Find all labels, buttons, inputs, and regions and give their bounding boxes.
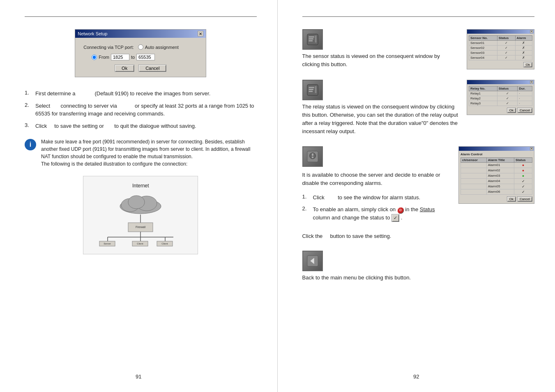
alarm-col-channel: ch/sensor [461, 157, 487, 162]
sensor-dialog-footer: Ok [469, 62, 532, 67]
info-box: i Make sure leave a free port (9091 reco… [25, 138, 257, 168]
svg-rect-30 [312, 153, 313, 156]
alarm-section: It is available to choose the server and… [302, 146, 535, 240]
svg-text:Firewall: Firewall [136, 226, 146, 228]
relay-icon-button[interactable] [302, 80, 323, 100]
dialog-close-button[interactable]: ✕ [198, 31, 203, 37]
cancel-inline-icon: ⊘ [397, 207, 404, 214]
relay-cancel-button[interactable]: Cancel [517, 108, 532, 113]
sensor-table-screenshot: ✕ Sensor No. Status Alarm Sensor01✓✗ [467, 29, 534, 69]
left-page: Network Setup ✕ Connecting via TCP port:… [0, 0, 278, 392]
alarm-table-screenshot: ✕ Alarm Control ch/sensor Alarm Title St… [458, 146, 534, 204]
alarm-list-item-2: 2. To enable an alarm, simply click on ⊘… [302, 205, 451, 221]
diagram-label: Internet [96, 183, 185, 189]
table-row: Sensor01✓✗ [469, 41, 532, 46]
network-diagram-icon: Firewall Server Client [95, 214, 186, 247]
alarm-table: ch/sensor Alarm Title Status Alarm01 ● [461, 157, 532, 195]
table-row: Relay3✓· [469, 101, 532, 106]
list-num-2: 2. [25, 102, 33, 118]
back-icon-button[interactable] [302, 251, 323, 271]
alarm-content: It is available to choose the server and… [302, 146, 451, 240]
list-item-1: 1. First determine a (Default 9190) to r… [25, 90, 257, 98]
cancel-button[interactable]: Cancel [138, 65, 166, 72]
table-row: Alarm04 ✓ [461, 178, 532, 184]
list-item-2: 2. Select connecting to server via or sp… [25, 102, 257, 118]
dialog-buttons: Ok Cancel [83, 65, 198, 72]
table-row: Alarm05 ✓ [461, 184, 532, 189]
dialog-titlebar: Network Setup ✕ [75, 30, 206, 38]
relay-dialog-footer: Ok Cancel [469, 108, 532, 113]
table-row: Sensor04✓✗ [469, 55, 532, 60]
table-row: Sensor03✓✗ [469, 51, 532, 55]
svg-rect-27 [315, 86, 316, 93]
ok-button[interactable]: Ok [115, 65, 134, 72]
network-setup-dialog: Network Setup ✕ Connecting via TCP port:… [75, 29, 206, 77]
back-text: Back to the main menu be clicking this b… [302, 274, 535, 282]
check-inline: ✓ [391, 214, 399, 222]
relay-ok-button[interactable]: Ok [507, 108, 516, 113]
alarm-num-2: 2. [302, 205, 311, 221]
sensor-dialog-close: ✕ [530, 30, 533, 33]
alarm-list-content-1: Click to see the window for alarm status… [313, 194, 451, 202]
alarm-cancel-button[interactable]: Cancel [517, 196, 532, 202]
relay-col-1: Relay No. [469, 86, 497, 91]
diagram-container: Internet [25, 176, 257, 254]
relay-table: Relay No. Status Dur. Relay1✓· Relay2✓· … [469, 86, 532, 106]
info-icon: i [25, 139, 36, 150]
port-radio[interactable] [92, 55, 97, 60]
sensor-col-3: Alarm [515, 36, 532, 41]
svg-rect-31 [312, 157, 313, 158]
diagram-network: Firewall Server Client [96, 192, 185, 247]
auto-radio[interactable] [138, 44, 143, 50]
table-row: Alarm02 ● [461, 168, 532, 173]
relay-table-screenshot: ✕ Relay No. Status Dur. Relay1✓· [467, 80, 534, 115]
cloud-icon [116, 192, 165, 214]
list-content-1: First determine a (Default 9190) to rece… [35, 90, 257, 98]
sensor-text: The sensor status is viewed on the conse… [302, 52, 459, 69]
port-range-row: From 1825 to 65535 [92, 54, 198, 60]
svg-rect-26 [309, 91, 312, 92]
svg-rect-19 [309, 37, 314, 38]
svg-rect-24 [309, 87, 314, 88]
table-row: Alarm03 ● [461, 173, 532, 178]
info-text: Make sure leave a free port (9091 recomm… [41, 138, 257, 168]
alarm-col-name: Alarm Title [486, 157, 514, 162]
relay-icon [306, 84, 319, 96]
sensor-col-2: Status [497, 36, 515, 41]
alarm-intro-text: It is available to choose the server and… [302, 171, 451, 187]
alarm-icon [306, 150, 319, 163]
page-number-right: 92 [278, 374, 555, 380]
list-content-3: Click to save the setting or to quit the… [35, 122, 257, 130]
sensor-ok-button[interactable]: Ok [523, 62, 532, 67]
list-num-3: 3. [25, 122, 33, 130]
alarm-icon-button[interactable] [302, 146, 323, 167]
status-underline: Status [420, 206, 435, 212]
to-input[interactable]: 65535 [136, 54, 155, 60]
alarm-num-1: 1. [302, 194, 311, 202]
dialog-body: Connecting via TCP port: Auto assignment… [75, 38, 206, 77]
alarm-dialog-titlebar: ✕ [459, 147, 534, 151]
from-label: From [99, 55, 109, 60]
dialog-connecting-row: Connecting via TCP port: Auto assignment [83, 44, 198, 50]
diagram-box: Internet [83, 176, 198, 254]
back-section: Back to the main menu be clicking this b… [302, 251, 535, 282]
alarm-ok-button[interactable]: Ok [507, 196, 516, 202]
top-rule-right [302, 16, 535, 17]
relay-table-body: Relay No. Status Dur. Relay1✓· Relay2✓· … [467, 84, 534, 115]
svg-rect-22 [315, 36, 316, 43]
alarm-dialog-footer: Ok Cancel [461, 196, 532, 202]
sensor-icon-button[interactable] [302, 29, 323, 50]
relay-content: The relay status is viewed on the conseq… [302, 80, 459, 136]
relay-dialog-close: ✕ [530, 81, 533, 84]
alarm-list-content-2: To enable an alarm, simply click on ⊘ in… [313, 205, 451, 221]
svg-rect-20 [309, 38, 313, 39]
list-content-2: Select connecting to server via or speci… [35, 102, 257, 118]
table-row: Relay1✓· [469, 91, 532, 96]
svg-rect-21 [309, 40, 312, 42]
from-input[interactable]: 1825 [111, 54, 129, 60]
relay-dialog-titlebar: ✕ [467, 80, 534, 84]
alarm-dialog-body: Alarm Control ch/sensor Alarm Title Stat… [459, 151, 534, 203]
alarm-dialog-close: ✕ [530, 147, 533, 150]
table-row: Alarm01 ● [461, 162, 532, 168]
auto-label: Auto assignment [145, 45, 179, 50]
